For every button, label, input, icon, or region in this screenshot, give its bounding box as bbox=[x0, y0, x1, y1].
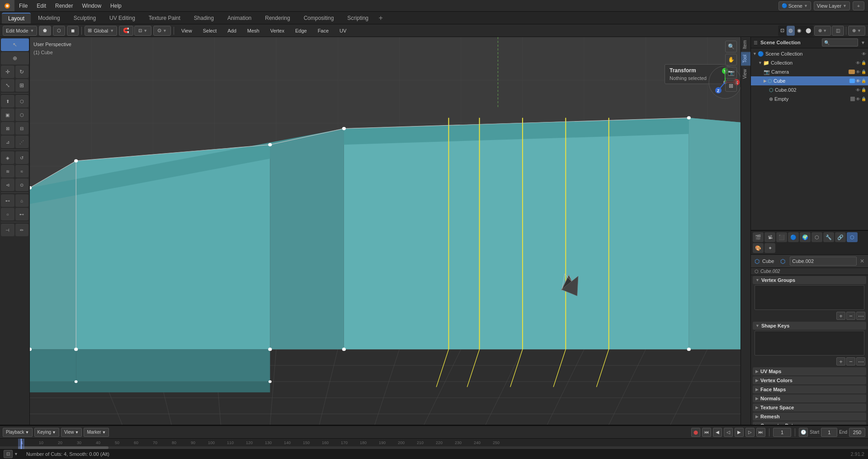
viewport-hand-btn[interactable]: ✋ bbox=[725, 54, 737, 66]
props-tab-material[interactable]: 🎨 bbox=[753, 243, 764, 253]
tool-extrude[interactable]: ⬆ bbox=[1, 95, 14, 108]
cube002-vis-lock[interactable]: 🔒 bbox=[861, 88, 866, 92]
tl-step-back-btn[interactable]: ◀ bbox=[713, 428, 722, 437]
shading-material[interactable]: ◉ bbox=[795, 26, 803, 36]
outliner-item-collection[interactable]: ▼ 📁 Collection 👁 🔒 bbox=[751, 58, 868, 67]
tool-bisect[interactable]: ⋰ bbox=[15, 136, 29, 148]
tab-texture-paint[interactable]: Texture Paint bbox=[142, 13, 187, 23]
remesh-header[interactable]: ▶ Remesh bbox=[753, 412, 866, 421]
add-workspace-btn[interactable]: + bbox=[376, 13, 386, 23]
vg-options-btn[interactable]: ⋯ bbox=[856, 312, 865, 320]
sk-add-btn[interactable]: + bbox=[836, 357, 845, 365]
outliner-vis-icon-root[interactable]: 👁 bbox=[862, 52, 866, 56]
n-tab-tool[interactable]: Tool bbox=[741, 52, 750, 66]
outliner-filter-icon[interactable]: ▼ bbox=[861, 40, 865, 45]
empty-vis-eye[interactable]: 👁 bbox=[856, 97, 860, 102]
menu-file[interactable]: File bbox=[14, 0, 32, 11]
tab-modeling[interactable]: Modeling bbox=[32, 13, 66, 23]
camera-vis-eye[interactable]: 👁 bbox=[856, 70, 860, 75]
tl-playback-dropdown[interactable]: Playback ▼ bbox=[3, 428, 33, 437]
select-mode-face[interactable]: ◼ bbox=[67, 26, 79, 36]
texture-space-header[interactable]: ▶ Texture Space bbox=[753, 403, 866, 412]
tool-measure[interactable]: ⊣ bbox=[1, 224, 14, 236]
props-tab-output[interactable]: 📽 bbox=[764, 232, 775, 242]
workspace-options-btn[interactable]: + bbox=[853, 1, 864, 10]
viewport-type-btn[interactable]: ⊡ bbox=[4, 450, 13, 458]
outliner-item-cube[interactable]: ▶ ⬡ Cube 👁 🔒 bbox=[751, 76, 868, 85]
tool-to-sphere[interactable]: ○ bbox=[1, 208, 14, 220]
tool-push-pull[interactable]: ⊷ bbox=[1, 194, 14, 207]
geometry-data-header[interactable]: ▶ Geometry Data bbox=[753, 422, 866, 425]
tl-step-fwd-btn[interactable]: ▷ bbox=[745, 428, 755, 437]
menu-render[interactable]: Render bbox=[51, 0, 77, 11]
tool-spin[interactable]: ↺ bbox=[15, 151, 29, 164]
outliner-item-empty[interactable]: ⊕ Empty 👁 🔒 bbox=[751, 94, 868, 103]
shape-keys-header[interactable]: ▼ Shape Keys bbox=[753, 322, 866, 330]
sk-options-btn[interactable]: ⋯ bbox=[856, 357, 865, 365]
collection-vis-lock[interactable]: 🔒 bbox=[861, 61, 866, 65]
viewport-search-btn[interactable]: 🔍 bbox=[725, 41, 737, 52]
timeline-scrubber[interactable]: 1 10 20 30 40 50 60 70 80 90 100 110 120… bbox=[0, 438, 868, 449]
tl-marker-dropdown[interactable]: Marker ▼ bbox=[84, 428, 109, 437]
tool-randomize[interactable]: ≈ bbox=[15, 165, 29, 178]
menu-help[interactable]: Help bbox=[106, 0, 126, 11]
tool-inset[interactable]: ▣ bbox=[1, 108, 14, 121]
tl-jump-end-btn[interactable]: ⏭ bbox=[756, 428, 765, 437]
tool-smooth[interactable]: ≋ bbox=[1, 165, 14, 178]
props-tab-modifier[interactable]: 🔧 bbox=[823, 232, 834, 242]
vg-add-btn[interactable]: + bbox=[836, 312, 845, 320]
cube-vis-lock[interactable]: 🔒 bbox=[861, 79, 866, 83]
shading-wireframe[interactable]: ⊡ bbox=[778, 26, 786, 36]
proportional-editing[interactable]: ⊙ ▼ bbox=[153, 26, 171, 36]
tl-keying-dropdown[interactable]: Keying ▼ bbox=[34, 428, 60, 437]
tab-uv-editing[interactable]: UV Editing bbox=[103, 13, 142, 23]
tl-view-dropdown[interactable]: View ▼ bbox=[61, 428, 82, 437]
tab-animation[interactable]: Animation bbox=[221, 13, 258, 23]
viewport-3d[interactable]: User Perspective (1) Cube Transform Noth… bbox=[30, 37, 750, 425]
view-layer-selector[interactable]: View Layer ▼ bbox=[814, 1, 850, 10]
tool-scale[interactable]: ⤡ bbox=[1, 79, 14, 92]
props-tab-viewlayer[interactable]: ⬛ bbox=[776, 232, 787, 242]
outliner-collection-root[interactable]: ▼ 🔵 Scene Collection 👁 bbox=[751, 49, 868, 58]
tab-scripting[interactable]: Scripting bbox=[341, 13, 375, 23]
viewport-menu-vertex[interactable]: Vertex bbox=[266, 26, 289, 36]
tool-annotate[interactable]: ✏ bbox=[15, 224, 29, 236]
mesh-options-btn[interactable]: ✕ bbox=[860, 258, 864, 264]
timeline-scrollbar[interactable] bbox=[0, 446, 868, 449]
blender-logo-btn[interactable] bbox=[0, 0, 14, 11]
props-tab-object[interactable]: ⬡ bbox=[811, 232, 822, 242]
viewport-menu-select[interactable]: Select bbox=[198, 26, 222, 36]
tool-transform[interactable]: ⊞ bbox=[15, 79, 29, 92]
outliner-item-camera[interactable]: 📷 Camera 👁 🔒 bbox=[751, 67, 868, 76]
normals-header[interactable]: ▶ Normals bbox=[753, 394, 866, 403]
mesh-name-input[interactable] bbox=[790, 257, 857, 266]
cube002-vis-eye[interactable]: 👁 bbox=[856, 88, 860, 93]
select-mode-edge[interactable]: ⬡ bbox=[53, 26, 65, 36]
transform-dropdown[interactable]: ⊞ Global ▼ bbox=[85, 26, 117, 36]
snap-element[interactable]: ⊡ ▼ bbox=[134, 26, 151, 36]
tool-rip[interactable]: ⊷ bbox=[15, 208, 29, 220]
tl-start-frame[interactable]: 1 bbox=[821, 428, 837, 437]
overlay-btn[interactable]: ⊛ ▼ bbox=[814, 26, 831, 36]
tool-rotate[interactable]: ↻ bbox=[15, 66, 29, 78]
tool-offset-edge[interactable]: ⊟ bbox=[15, 122, 29, 135]
viewport-menu-edge[interactable]: Edge bbox=[291, 26, 311, 36]
n-tab-view[interactable]: View bbox=[741, 66, 750, 82]
viewport-menu-add[interactable]: Add bbox=[223, 26, 241, 36]
tl-play-btn[interactable]: ▶ bbox=[735, 428, 744, 437]
snap-toggle[interactable]: 🧲 bbox=[119, 26, 133, 36]
mode-dropdown[interactable]: Edit Mode ▼ bbox=[3, 26, 37, 36]
props-tab-data[interactable]: ⬡ bbox=[847, 232, 858, 242]
tab-rendering[interactable]: Rendering bbox=[259, 13, 296, 23]
tool-extrude2[interactable]: ⬡ bbox=[15, 95, 29, 108]
props-tab-world[interactable]: 🌍 bbox=[800, 232, 811, 242]
tool-knife[interactable]: ⊿ bbox=[1, 136, 14, 148]
tl-play-back-btn[interactable]: ◁ bbox=[724, 428, 733, 437]
tool-move[interactable]: ✛ bbox=[1, 66, 14, 78]
uv-maps-header[interactable]: ▶ UV Maps bbox=[753, 367, 866, 375]
select-mode-vert[interactable]: ⬟ bbox=[39, 26, 51, 36]
viewport-grid-btn[interactable]: ⊞ bbox=[725, 80, 737, 92]
outliner-search-input[interactable] bbox=[822, 38, 858, 47]
n-tab-item[interactable]: Item bbox=[741, 37, 750, 52]
tl-record-btn[interactable]: ⬤ bbox=[691, 428, 700, 437]
